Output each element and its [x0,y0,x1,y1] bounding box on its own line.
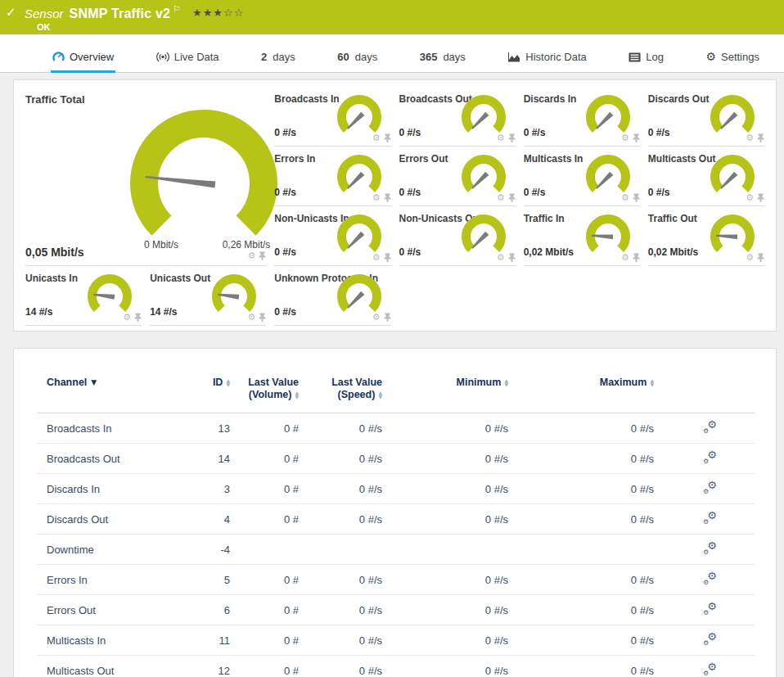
gauge-non-unicasts-in[interactable]: Non-Unicasts In0 #/s⚙ [274,206,390,266]
pin-icon[interactable] [508,253,516,262]
pin-icon[interactable] [384,133,391,142]
gauge-value: 14 #/s [150,306,177,318]
tab-live-data[interactable]: Live Data [155,51,221,73]
gear-icon[interactable]: ⚙ [247,251,255,260]
gauge-discards-out[interactable]: Discards Out0 #/s⚙ [648,87,764,147]
pin-icon[interactable] [259,313,266,322]
gauge-value: 14 #/s [25,306,52,318]
gauge-dial [462,154,506,195]
gauge-non-unicasts-out[interactable]: Non-Unicasts Out0 #/s⚙ [399,206,516,266]
tab-log[interactable]: Log [627,51,665,73]
tab-label: days [443,51,465,63]
gauge-actions: ⚙ [497,253,516,262]
flag-icon: ⚐ [173,4,181,15]
gear-icon[interactable]: ⚙ [372,133,381,142]
gauge-traffic-total[interactable]: Traffic Total 0 Mbit/s 0,26 Mbit/s 0,05 … [25,87,266,266]
gauge-errors-out[interactable]: Errors Out0 #/s⚙ [399,147,516,206]
column-header-channel[interactable]: Channel▼ [37,367,192,413]
gear-icon[interactable]: ⚙ [746,253,754,262]
pin-icon[interactable] [633,133,640,142]
column-header-vol[interactable]: Last Value(Volume)▲▼ [230,367,299,413]
gauge-traffic-in[interactable]: Traffic In0,02 Mbit/s⚙ [524,206,640,266]
column-header-speed[interactable]: Last Value(Speed)▲▼ [299,367,382,413]
table-row: Broadcasts In130 #0 #/s0 #/s0 #/s⚙⚙ [37,413,755,444]
gear-icon[interactable]: ⚙ [621,253,629,262]
live-icon [156,52,169,62]
cell-channel: Multicasts Out [37,656,192,677]
gear-icon[interactable]: ⚙ [497,133,505,142]
tab-60-days[interactable]: 60days [336,51,379,73]
channel-settings-icon[interactable]: ⚙⚙ [703,603,717,615]
gauge-unicasts-in[interactable]: Unicasts In14 #/s⚙ [25,266,142,326]
channel-settings-icon[interactable]: ⚙⚙ [703,542,717,554]
tab-2-days[interactable]: 2days [259,51,297,73]
channel-settings-icon[interactable]: ⚙⚙ [703,512,717,524]
column-header-id[interactable]: ID▲▼ [192,367,230,413]
cell-last-speed [299,535,382,565]
cell-channel: Downtime [37,535,192,565]
gear-icon[interactable]: ⚙ [247,313,255,322]
gauge-traffic-out[interactable]: Traffic Out0,02 Mbit/s⚙ [648,206,764,266]
gear-icon[interactable]: ⚙ [372,253,381,262]
column-header-min[interactable]: Minimum▲▼ [382,367,508,413]
gear-icon[interactable]: ⚙ [372,193,381,202]
gear-icon[interactable]: ⚙ [123,313,131,322]
gear-icon[interactable]: ⚙ [497,253,505,262]
gauge-actions: ⚙ [123,313,142,322]
channel-settings-icon[interactable]: ⚙⚙ [703,451,717,463]
column-header-max[interactable]: Maximum▲▼ [508,367,654,413]
channel-settings-icon[interactable]: ⚙⚙ [703,481,717,494]
pin-icon[interactable] [259,251,266,260]
tab-365-days[interactable]: 365days [418,51,467,73]
gauge-multicasts-out[interactable]: Multicasts Out0 #/s⚙ [648,147,764,206]
gauge-unknown-protocols-in[interactable]: Unknown Protocols In0 #/s⚙ [274,266,390,326]
pin-icon[interactable] [508,193,516,202]
pin-icon[interactable] [757,253,764,262]
table-row: Errors In50 #0 #/s0 #/s0 #/s⚙⚙ [37,565,755,595]
channel-settings-icon[interactable]: ⚙⚙ [703,633,717,645]
channel-settings-icon[interactable]: ⚙⚙ [703,421,717,433]
cell-actions: ⚙⚙ [654,444,755,474]
gauge-value: 0 #/s [399,246,421,258]
cell-minimum: 0 #/s [382,565,508,595]
pin-icon[interactable] [508,133,516,142]
gear-icon[interactable]: ⚙ [621,133,629,142]
table-header-row: Channel▼ID▲▼Last Value(Volume)▲▼Last Val… [37,367,755,413]
gauge-dial [710,154,755,195]
gauge-errors-in[interactable]: Errors In0 #/s⚙ [274,147,390,206]
priority-stars[interactable]: ★★★☆☆ [192,7,244,19]
tab-number: 60 [337,51,349,63]
pin-icon[interactable] [384,193,391,202]
gear-icon[interactable]: ⚙ [621,193,629,202]
gear-icon[interactable]: ⚙ [497,193,505,202]
pin-icon[interactable] [134,313,142,322]
gauge-dial [337,273,381,314]
cell-maximum: 0 #/s [508,625,654,656]
channel-settings-icon[interactable]: ⚙⚙ [703,572,717,584]
pin-icon[interactable] [384,253,391,262]
cell-minimum: 0 #/s [382,656,508,677]
pin-icon[interactable] [633,193,640,202]
gear-icon[interactable]: ⚙ [746,193,754,202]
status-badge: OK [37,22,51,32]
sensor-kind-label: Sensor [25,7,64,20]
tab-overview[interactable]: Overview [51,51,115,73]
gear-icon[interactable]: ⚙ [746,133,754,142]
cell-id: -4 [192,535,230,565]
tab-historic-data[interactable]: Historic Data [506,51,588,73]
gauge-unicasts-out[interactable]: Unicasts Out14 #/s⚙ [150,266,266,326]
pin-icon[interactable] [633,253,640,262]
pin-icon[interactable] [757,133,764,142]
gauge-broadcasts-out[interactable]: Broadcasts Out0 #/s⚙ [399,87,516,147]
channel-settings-icon[interactable]: ⚙⚙ [703,663,717,675]
gear-icon[interactable]: ⚙ [372,313,381,322]
gauge-discards-in[interactable]: Discards In0 #/s⚙ [524,87,640,147]
gauge-value: 0 #/s [399,187,421,198]
pin-icon[interactable] [757,193,764,202]
gauge-dial [586,154,630,195]
gauge-broadcasts-in[interactable]: Broadcasts In0 #/s⚙ [274,87,390,147]
tab-settings[interactable]: ⚙Settings [704,51,761,73]
check-icon: ✓ [6,5,16,20]
gauge-multicasts-in[interactable]: Multicasts In0 #/s⚙ [524,147,640,206]
pin-icon[interactable] [384,313,391,322]
